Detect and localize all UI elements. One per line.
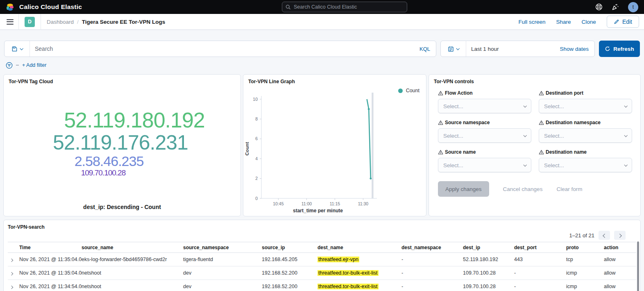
next-page-button[interactable] — [614, 231, 626, 240]
cell-dest_port: - — [514, 270, 566, 276]
refresh-button-label: Refresh — [613, 46, 634, 52]
expand-row-button[interactable] — [8, 268, 15, 278]
cell-source_name: eks-log-forwarder-5bd4659786-cwd2r — [82, 257, 183, 262]
full-screen-button[interactable]: Full screen — [519, 19, 546, 25]
control-select[interactable]: Select... — [539, 99, 632, 114]
column-header-source_name[interactable]: source_name — [82, 245, 183, 250]
chart-legend[interactable]: Count — [398, 88, 420, 93]
control-select[interactable]: Select... — [539, 158, 632, 173]
menu-icon[interactable] — [7, 19, 14, 25]
saved-query-menu-button[interactable] — [5, 41, 30, 57]
chart-now-marker — [372, 93, 373, 198]
filter-icon[interactable] — [6, 62, 13, 69]
global-search-input[interactable]: Search Calico Cloud Elastic — [282, 2, 407, 12]
control-select[interactable]: Select... — [438, 128, 531, 143]
date-quick-menu-button[interactable] — [441, 41, 466, 57]
chevron-down-icon — [624, 134, 627, 137]
control-select[interactable]: Select... — [539, 128, 632, 143]
dashboard-badge-letter: D — [28, 19, 32, 25]
expand-row-button[interactable] — [8, 282, 15, 291]
pagination-count: 1–21 of 21 — [569, 232, 594, 239]
edit-button[interactable]: Edit — [607, 16, 639, 28]
table-scrollbar[interactable] — [637, 241, 639, 291]
control-field: Source nameSelect... — [438, 149, 531, 173]
highlighted-dest-name: threatfeed.tor-bulk-exit-list — [317, 284, 379, 289]
cell-time: Nov 26, 2021 @ 11:35:04.000 — [19, 257, 82, 262]
column-header-dest_ip[interactable]: dest_ip — [463, 245, 514, 250]
highlighted-dest-name: threatfeed.ejr-vpn — [317, 257, 359, 262]
newsfeed-icon[interactable] — [612, 3, 619, 11]
chevron-right-icon — [10, 258, 13, 261]
column-header-source_ip[interactable]: source_ip — [262, 245, 317, 250]
table-header-row: Timesource_namesource_namespacesource_ip… — [8, 242, 636, 253]
divider — [18, 14, 19, 30]
column-header-dest_name[interactable]: dest_name — [317, 245, 401, 250]
tag-cloud-word[interactable]: 52.119.180.192 — [64, 109, 205, 132]
control-field: Destination nameSelect... — [539, 149, 632, 173]
control-select[interactable]: Select... — [438, 158, 531, 173]
column-header-dest_namespace[interactable]: dest_namespace — [401, 245, 463, 250]
expand-row-button[interactable] — [8, 255, 15, 264]
cell-source_name: netshoot — [82, 284, 183, 289]
clone-button[interactable]: Clone — [582, 19, 596, 25]
warning-icon — [438, 120, 443, 125]
column-header-dest_port[interactable]: dest_port — [514, 245, 566, 250]
cell-source_namespace: dev — [183, 270, 262, 276]
breadcrumb-dashboard[interactable]: Dashboard — [47, 19, 74, 25]
cell-time: Nov 26, 2021 @ 11:34:54.000 — [19, 284, 82, 289]
tag-cloud-word[interactable]: 2.58.46.235 — [75, 154, 144, 169]
column-header-proto[interactable]: proto — [566, 245, 604, 250]
column-header-source_namespace[interactable]: source_namespace — [183, 245, 262, 250]
dashboard-badge[interactable]: D — [25, 17, 35, 27]
chevron-down-icon — [624, 163, 627, 166]
line-graph-panel-title: Tor-VPN Line Graph — [243, 75, 426, 84]
help-icon[interactable] — [595, 3, 603, 11]
cancel-changes-button[interactable]: Cancel changes — [503, 186, 543, 192]
control-field-label: Destination namespace — [539, 120, 632, 125]
apply-changes-button[interactable]: Apply changes — [438, 181, 489, 197]
cell-dest_namespace: - — [401, 257, 463, 262]
tag-cloud-caption: dest_ip: Descending - Count — [4, 204, 240, 216]
control-select[interactable]: Select... — [438, 99, 531, 114]
kql-language-button[interactable]: KQL — [414, 46, 436, 52]
controls-form: Flow ActionSelect...Destination portSele… — [438, 90, 631, 179]
show-dates-button[interactable]: Show dates — [554, 46, 594, 52]
cell-proto: icmp — [566, 270, 604, 276]
cell-action: allow — [604, 270, 636, 276]
query-bar: Search KQL Last 1 hour Show dates Refres… — [4, 41, 640, 57]
chart-line-count — [367, 99, 371, 179]
control-field-label: Flow Action — [438, 90, 531, 96]
add-filter-button[interactable]: + Add filter — [22, 62, 46, 68]
breadcrumb: Dashboard / Tigera Secure EE Tor-VPN Log… — [47, 19, 165, 25]
tag-cloud-word[interactable]: 109.70.100.28 — [81, 169, 126, 177]
user-avatar[interactable]: t — [628, 2, 638, 12]
chevron-down-icon — [523, 104, 526, 107]
time-range-value[interactable]: Last 1 hour — [466, 46, 504, 52]
chevron-down-icon — [624, 104, 627, 107]
tag-cloud: 52.119.180.19252.119.176.2312.58.46.2351… — [4, 82, 240, 204]
cell-dest_ip: 52.119.180.192 — [463, 257, 514, 262]
svg-text:10: 10 — [253, 97, 258, 102]
tag-cloud-panel: Tor-VPN Tag Cloud 52.119.180.19252.119.1… — [3, 74, 241, 216]
cell-proto: tcp — [566, 257, 604, 262]
legend-dot-icon — [398, 89, 403, 93]
table-row: Nov 26, 2021 @ 11:35:04.000eks-log-forwa… — [8, 253, 636, 266]
cell-dest_name: threatfeed.ejr-vpn — [317, 257, 401, 262]
column-header-Time[interactable]: Time — [19, 245, 82, 250]
chevron-left-icon — [603, 234, 607, 238]
refresh-button[interactable]: Refresh — [599, 41, 640, 57]
cell-action: allow — [604, 284, 636, 289]
search-query-input[interactable]: Search — [30, 45, 414, 52]
cell-dest_namespace: - — [401, 270, 463, 276]
share-button[interactable]: Share — [556, 19, 571, 25]
previous-page-button[interactable] — [599, 231, 610, 240]
column-header-action[interactable]: action — [604, 245, 636, 250]
warning-icon — [539, 91, 544, 96]
tag-cloud-word[interactable]: 52.119.176.231 — [53, 132, 188, 154]
svg-text:8: 8 — [255, 116, 258, 121]
search-icon — [286, 5, 291, 10]
clear-form-button[interactable]: Clear form — [556, 186, 582, 192]
elastic-logo-icon[interactable] — [6, 3, 14, 11]
cell-proto: icmp — [566, 284, 604, 289]
cell-dest_name: threatfeed.tor-bulk-exit-list — [317, 270, 401, 276]
